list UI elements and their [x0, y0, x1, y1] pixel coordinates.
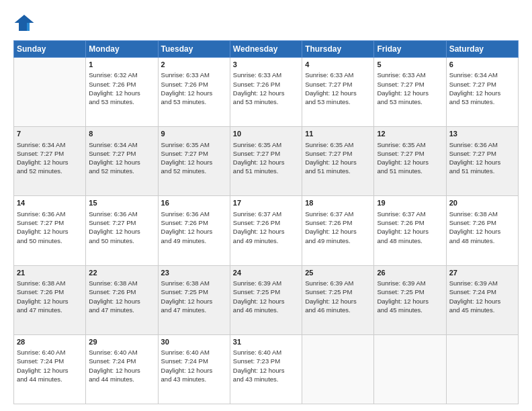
- sunrise-text: Sunrise: 6:37 AM: [377, 210, 443, 218]
- day-number: 2: [161, 60, 227, 70]
- daylight-minutes-text: and 48 minutes.: [449, 236, 515, 245]
- sunrise-text: Sunrise: 6:36 AM: [17, 210, 83, 218]
- calendar-day-header: Sunday: [14, 41, 86, 58]
- daylight-minutes-text: and 49 minutes.: [161, 236, 227, 245]
- day-number: 23: [161, 268, 227, 278]
- daylight-minutes-text: and 50 minutes.: [17, 236, 83, 245]
- sunrise-text: Sunrise: 6:38 AM: [89, 279, 154, 287]
- day-number: 10: [233, 129, 299, 139]
- sunset-text: Sunset: 7:27 PM: [161, 149, 227, 158]
- daylight-text: Daylight: 12 hours: [17, 366, 83, 375]
- sunset-text: Sunset: 7:25 PM: [305, 287, 371, 296]
- sunrise-text: Sunrise: 6:35 AM: [305, 140, 371, 149]
- day-number: 18: [305, 198, 371, 208]
- calendar-cell: 10Sunrise: 6:35 AMSunset: 7:27 PMDayligh…: [230, 127, 302, 196]
- day-number: 3: [233, 60, 299, 70]
- sunrise-text: Sunrise: 6:39 AM: [449, 279, 515, 287]
- sunset-text: Sunset: 7:25 PM: [377, 287, 443, 296]
- sunrise-text: Sunrise: 6:33 AM: [233, 71, 299, 79]
- sunset-text: Sunset: 7:27 PM: [89, 149, 154, 158]
- calendar-cell: 28Sunrise: 6:40 AMSunset: 7:24 PMDayligh…: [14, 334, 86, 404]
- day-number: 4: [305, 60, 371, 70]
- calendar-cell: 24Sunrise: 6:39 AMSunset: 7:25 PMDayligh…: [230, 265, 302, 334]
- header: [13, 12, 519, 34]
- calendar-cell: 21Sunrise: 6:38 AMSunset: 7:26 PMDayligh…: [14, 265, 86, 334]
- sunrise-text: Sunrise: 6:32 AM: [89, 71, 154, 79]
- svg-marker-0: [15, 15, 34, 31]
- sunset-text: Sunset: 7:25 PM: [233, 287, 299, 296]
- sunset-text: Sunset: 7:26 PM: [161, 80, 227, 89]
- daylight-text: Daylight: 12 hours: [377, 227, 443, 236]
- calendar-week-row: 28Sunrise: 6:40 AMSunset: 7:24 PMDayligh…: [14, 334, 519, 404]
- daylight-text: Daylight: 12 hours: [449, 227, 515, 236]
- calendar-cell: 7Sunrise: 6:34 AMSunset: 7:27 PMDaylight…: [14, 127, 86, 196]
- daylight-minutes-text: and 50 minutes.: [89, 236, 154, 245]
- daylight-minutes-text: and 52 minutes.: [89, 167, 154, 175]
- daylight-text: Daylight: 12 hours: [449, 158, 515, 167]
- daylight-text: Daylight: 12 hours: [17, 227, 83, 236]
- day-number: 7: [17, 129, 83, 139]
- sunset-text: Sunset: 7:26 PM: [161, 218, 227, 227]
- calendar-cell: 6Sunrise: 6:34 AMSunset: 7:27 PMDaylight…: [446, 58, 518, 127]
- day-number: 24: [233, 268, 299, 278]
- sunrise-text: Sunrise: 6:35 AM: [233, 140, 299, 149]
- sunset-text: Sunset: 7:27 PM: [89, 218, 154, 227]
- calendar-cell: 11Sunrise: 6:35 AMSunset: 7:27 PMDayligh…: [302, 127, 374, 196]
- sunset-text: Sunset: 7:26 PM: [449, 218, 515, 227]
- calendar-cell: 8Sunrise: 6:34 AMSunset: 7:27 PMDaylight…: [86, 127, 158, 196]
- daylight-text: Daylight: 12 hours: [377, 158, 443, 167]
- daylight-text: Daylight: 12 hours: [377, 297, 443, 306]
- daylight-text: Daylight: 12 hours: [89, 227, 154, 236]
- daylight-text: Daylight: 12 hours: [233, 158, 299, 167]
- day-number: 29: [89, 337, 154, 347]
- daylight-text: Daylight: 12 hours: [305, 297, 371, 306]
- daylight-text: Daylight: 12 hours: [305, 227, 371, 236]
- calendar-day-header: Thursday: [302, 41, 374, 58]
- daylight-text: Daylight: 12 hours: [161, 366, 227, 375]
- sunrise-text: Sunrise: 6:38 AM: [449, 210, 515, 218]
- day-number: 9: [161, 129, 227, 139]
- sunrise-text: Sunrise: 6:35 AM: [161, 140, 227, 149]
- calendar-cell: 17Sunrise: 6:37 AMSunset: 7:26 PMDayligh…: [230, 196, 302, 265]
- sunrise-text: Sunrise: 6:33 AM: [161, 71, 227, 79]
- daylight-minutes-text: and 43 minutes.: [233, 375, 299, 383]
- daylight-minutes-text: and 48 minutes.: [377, 236, 443, 245]
- sunset-text: Sunset: 7:26 PM: [233, 80, 299, 89]
- calendar-cell: [374, 334, 446, 404]
- sunrise-text: Sunrise: 6:36 AM: [161, 210, 227, 218]
- daylight-text: Daylight: 12 hours: [233, 89, 299, 97]
- day-number: 20: [449, 198, 515, 208]
- calendar-cell: 2Sunrise: 6:33 AMSunset: 7:26 PMDaylight…: [158, 58, 230, 127]
- sunset-text: Sunset: 7:23 PM: [233, 357, 299, 365]
- daylight-minutes-text: and 49 minutes.: [233, 236, 299, 245]
- logo: [13, 12, 39, 34]
- day-number: 13: [449, 129, 515, 139]
- sunrise-text: Sunrise: 6:37 AM: [233, 210, 299, 218]
- calendar-day-header: Saturday: [446, 41, 518, 58]
- calendar-cell: 1Sunrise: 6:32 AMSunset: 7:26 PMDaylight…: [86, 58, 158, 127]
- calendar-cell: 20Sunrise: 6:38 AMSunset: 7:26 PMDayligh…: [446, 196, 518, 265]
- sunrise-text: Sunrise: 6:38 AM: [161, 279, 227, 287]
- daylight-text: Daylight: 12 hours: [449, 297, 515, 306]
- sunrise-text: Sunrise: 6:34 AM: [89, 140, 154, 149]
- sunrise-text: Sunrise: 6:39 AM: [305, 279, 371, 287]
- daylight-minutes-text: and 44 minutes.: [89, 375, 154, 383]
- daylight-minutes-text: and 44 minutes.: [17, 375, 83, 383]
- daylight-minutes-text: and 53 minutes.: [449, 97, 515, 106]
- daylight-text: Daylight: 12 hours: [89, 158, 154, 167]
- daylight-text: Daylight: 12 hours: [233, 366, 299, 375]
- day-number: 1: [89, 60, 154, 70]
- sunset-text: Sunset: 7:27 PM: [377, 80, 443, 89]
- day-number: 12: [377, 129, 443, 139]
- calendar-week-row: 7Sunrise: 6:34 AMSunset: 7:27 PMDaylight…: [14, 127, 519, 196]
- calendar-cell: [446, 334, 518, 404]
- daylight-minutes-text: and 53 minutes.: [161, 97, 227, 106]
- daylight-minutes-text: and 52 minutes.: [17, 167, 83, 175]
- day-number: 27: [449, 268, 515, 278]
- daylight-text: Daylight: 12 hours: [377, 89, 443, 97]
- calendar-cell: 30Sunrise: 6:40 AMSunset: 7:24 PMDayligh…: [158, 334, 230, 404]
- page: SundayMondayTuesdayWednesdayThursdayFrid…: [0, 0, 532, 411]
- sunrise-text: Sunrise: 6:36 AM: [449, 140, 515, 149]
- sunset-text: Sunset: 7:24 PM: [89, 357, 154, 365]
- daylight-text: Daylight: 12 hours: [161, 158, 227, 167]
